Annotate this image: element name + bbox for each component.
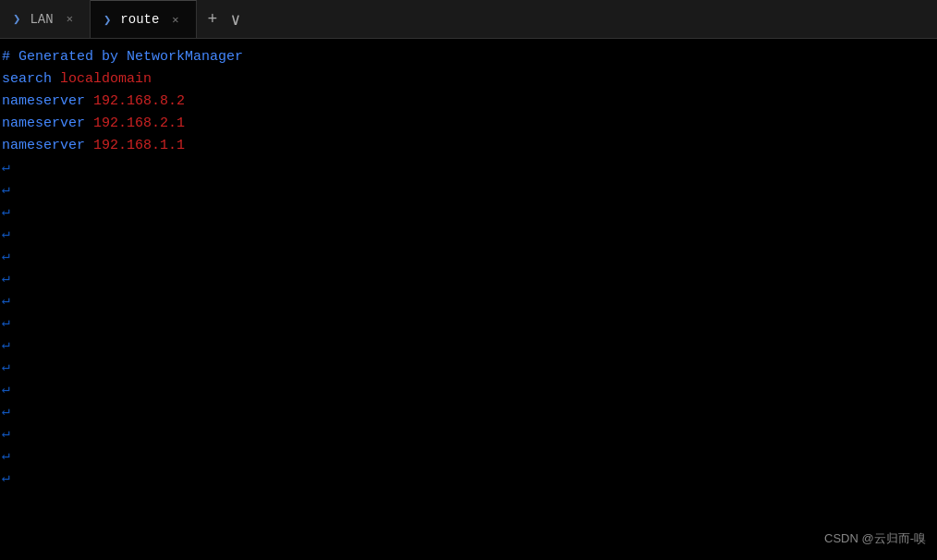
tab-route-icon: ❯ [103, 12, 111, 28]
tab-bar: ❯ LAN ✕ ❯ route ✕ + ∨ [0, 0, 937, 39]
terminal-line-7: ↵ [2, 179, 935, 201]
tab-route-close[interactable]: ✕ [168, 11, 182, 29]
terminal-line-11: ↵ [2, 268, 935, 290]
tab-actions: + ∨ [197, 9, 252, 30]
terminal-line-12: ↵ [2, 290, 935, 312]
line-indicator-19: ↵ [2, 446, 13, 468]
tab-lan-icon: ❯ [13, 11, 20, 27]
tab-route-label: route [120, 12, 159, 27]
line-indicator-14: ↵ [2, 335, 13, 357]
line-value-ns1: 192.168.8.2 [93, 91, 185, 113]
line-indicator-7: ↵ [2, 180, 13, 201]
terminal-line-18: ↵ [2, 423, 935, 445]
line-indicator-12: ↵ [2, 291, 13, 312]
line-value-ns3: 192.168.1.1 [93, 136, 185, 157]
terminal-line-15: ↵ [2, 357, 935, 379]
line-indicator-15: ↵ [2, 358, 13, 379]
line-comment: # Generated by NetworkManager [2, 47, 243, 68]
terminal: # Generated by NetworkManager search loc… [0, 39, 937, 560]
terminal-line-13: ↵ [2, 312, 935, 335]
terminal-line-5: nameserver 192.168.1.1 [2, 135, 935, 157]
terminal-line-14: ↵ [2, 335, 935, 357]
line-keyword-nameserver-3: nameserver [2, 136, 93, 157]
line-indicator-11: ↵ [2, 269, 13, 290]
line-value-localdomain: localdomain [60, 69, 152, 91]
terminal-line-20: ↵ [2, 468, 935, 490]
line-indicator-8: ↵ [2, 202, 13, 224]
tab-lan-label: LAN [30, 12, 53, 27]
tab-lan-close[interactable]: ✕ [63, 10, 77, 28]
line-indicator-18: ↵ [2, 424, 13, 445]
line-indicator-10: ↵ [2, 247, 13, 268]
line-value-ns2: 192.168.2.1 [93, 114, 185, 135]
line-keyword-search: search [2, 69, 60, 91]
terminal-line-6: ↵ [2, 157, 935, 179]
terminal-line-16: ↵ [2, 379, 935, 401]
line-keyword-nameserver-2: nameserver [2, 114, 93, 135]
tab-route[interactable]: ❯ route ✕ [91, 0, 197, 38]
watermark: CSDN @云归而-嗅 [824, 530, 926, 548]
line-indicator-16: ↵ [2, 380, 13, 401]
tab-lan[interactable]: ❯ LAN ✕ [0, 0, 91, 38]
line-indicator-13: ↵ [2, 313, 13, 335]
terminal-line-10: ↵ [2, 246, 935, 268]
terminal-line-9: ↵ [2, 224, 935, 246]
terminal-line-3: nameserver 192.168.8.2 [2, 91, 935, 113]
add-tab-button[interactable]: + [208, 10, 218, 29]
line-indicator-20: ↵ [2, 469, 13, 490]
terminal-line-1: # Generated by NetworkManager [2, 46, 935, 68]
line-indicator-9: ↵ [2, 225, 13, 246]
terminal-line-2: search localdomain [2, 68, 935, 91]
tab-chevron-button[interactable]: ∨ [230, 9, 240, 30]
line-indicator-6: ↵ [2, 158, 13, 179]
terminal-line-8: ↵ [2, 201, 935, 224]
terminal-line-4: nameserver 192.168.2.1 [2, 113, 935, 135]
terminal-line-19: ↵ [2, 445, 935, 468]
terminal-line-17: ↵ [2, 401, 935, 423]
line-keyword-nameserver-1: nameserver [2, 91, 93, 113]
line-indicator-17: ↵ [2, 402, 13, 423]
